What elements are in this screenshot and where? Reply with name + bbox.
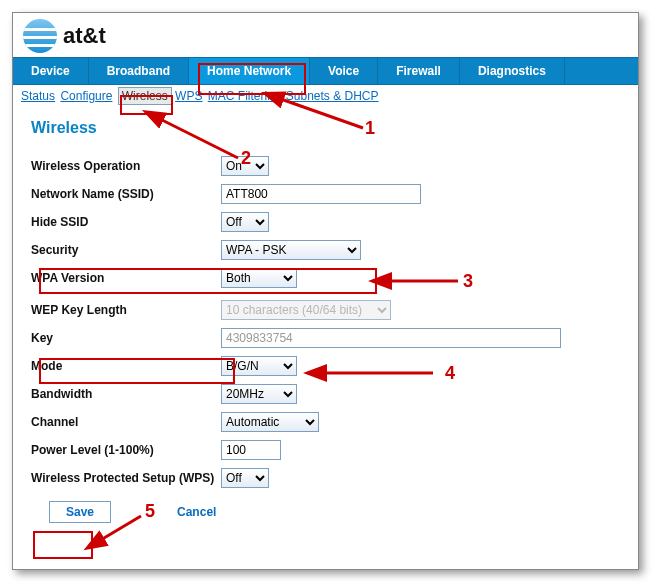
logo-row: at&t — [13, 13, 638, 57]
label-security: Security — [31, 243, 221, 257]
label-hide-ssid: Hide SSID — [31, 215, 221, 229]
label-wep-len: WEP Key Length — [31, 303, 221, 317]
page-title: Wireless — [31, 119, 620, 137]
select-wps[interactable]: Off — [221, 468, 269, 488]
save-button[interactable]: Save — [49, 501, 111, 523]
nav-broadband[interactable]: Broadband — [89, 58, 189, 84]
att-globe-icon — [23, 19, 57, 53]
select-wireless-op[interactable]: On — [221, 156, 269, 176]
label-ssid: Network Name (SSID) — [31, 187, 221, 201]
label-wpa-version: WPA Version — [31, 271, 221, 285]
nav-diagnostics[interactable]: Diagnostics — [460, 58, 565, 84]
subnav-subnets-dhcp[interactable]: Subnets & DHCP — [286, 89, 379, 103]
label-bandwidth: Bandwidth — [31, 387, 221, 401]
label-wps: Wireless Protected Setup (WPS) — [31, 472, 221, 485]
annotation-box-5 — [33, 531, 93, 559]
nav-device[interactable]: Device — [13, 58, 89, 84]
input-power[interactable] — [221, 440, 281, 460]
select-bandwidth[interactable]: 20MHz — [221, 384, 297, 404]
select-channel[interactable]: Automatic — [221, 412, 319, 432]
nav-firewall[interactable]: Firewall — [378, 58, 460, 84]
nav-home-network[interactable]: Home Network — [189, 58, 310, 84]
label-channel: Channel — [31, 415, 221, 429]
select-security[interactable]: WPA - PSK — [221, 240, 361, 260]
main-nav: Device Broadband Home Network Voice Fire… — [13, 57, 638, 85]
content-area: Wireless Wireless Operation On Network N… — [13, 107, 638, 533]
input-ssid[interactable] — [221, 184, 421, 204]
select-hide-ssid[interactable]: Off — [221, 212, 269, 232]
subnav-status[interactable]: Status — [21, 89, 55, 103]
label-key: Key — [31, 331, 221, 345]
subnav-wireless[interactable]: Wireless — [118, 87, 172, 105]
label-mode: Mode — [31, 359, 221, 373]
brand-text: at&t — [63, 23, 106, 49]
router-admin-panel: at&t Device Broadband Home Network Voice… — [12, 12, 639, 570]
button-row: Save Cancel — [31, 501, 620, 523]
select-wep-len: 10 characters (40/64 bits) — [221, 300, 391, 320]
subnav-wps[interactable]: WPS — [175, 89, 202, 103]
subnav-configure[interactable]: Configure — [60, 89, 112, 103]
nav-voice[interactable]: Voice — [310, 58, 378, 84]
label-wireless-op: Wireless Operation — [31, 159, 221, 173]
select-wpa-version[interactable]: Both — [221, 268, 297, 288]
input-key[interactable] — [221, 328, 561, 348]
subnav-mac-filtering[interactable]: MAC Filtering — [208, 89, 281, 103]
cancel-button[interactable]: Cancel — [161, 501, 232, 523]
label-power: Power Level (1-100%) — [31, 443, 221, 457]
select-mode[interactable]: B/G/N — [221, 356, 297, 376]
sub-nav: Status Configure Wireless WPS MAC Filter… — [13, 85, 638, 107]
